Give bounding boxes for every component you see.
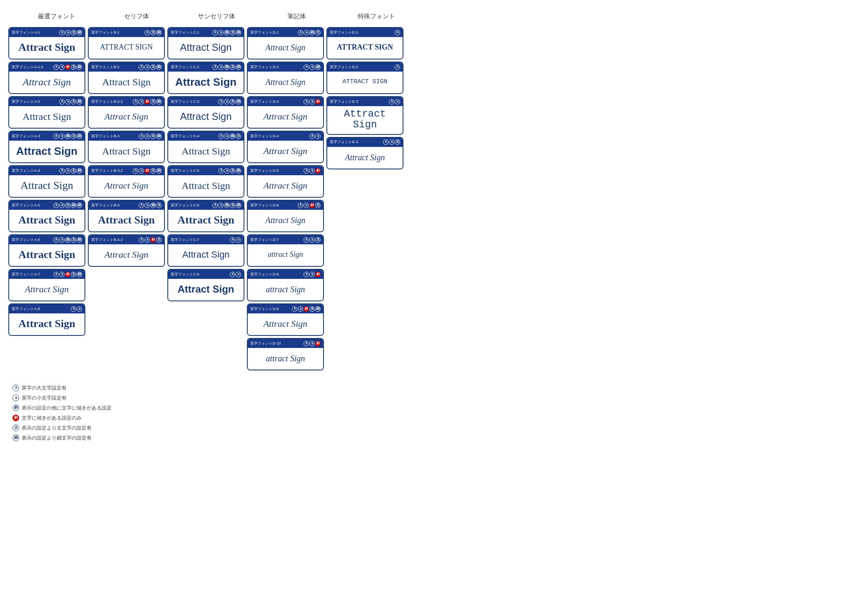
font-card-A-1[interactable]: 英字フォントA-1 Ａａ太細 Attract Sign <box>8 27 85 60</box>
card-label-B-2-2: 英字フォントB-2-2 <box>91 99 123 104</box>
font-card-B-3[interactable]: 英字フォントB-3 Ａａ太細 Attract Sign <box>88 131 165 163</box>
font-card-D-9[interactable]: 英字フォントD-9 Ａａ斜太細 Attract Sign <box>247 303 324 336</box>
icon-小: ａ <box>309 237 315 243</box>
icon-太: 太 <box>230 168 235 174</box>
legend-item: Ａ英字の大文字設定有 <box>12 383 858 393</box>
font-card-B-4-2[interactable]: 英字フォントB-4-2 Ａａ斜太 Attract Sign <box>88 234 165 267</box>
font-card-A-1-2[interactable]: 英字フォントA-1-2 Ａａ斜太細 Attract Sign <box>8 62 85 94</box>
page-container: 厳選フォント セリフ体 サンセリフ体 筆記体 特殊フォント 英字フォントA-1 … <box>8 12 858 443</box>
font-card-C-1[interactable]: 英字フォントC-1 Ａａ細太細 Attract Sign <box>167 27 244 60</box>
font-card-E-2[interactable]: 英字フォントE-2 Ａ ATTRACT SIGN <box>326 62 403 94</box>
sample-text-B-3: Attract Sign <box>102 146 151 156</box>
icon-大: Ａ <box>395 65 400 70</box>
icon-赤: 斜 <box>65 272 70 277</box>
font-card-A-6[interactable]: 英字フォントA-6 Ａａ細太細 Attract Sign <box>8 234 85 267</box>
card-body-C-5: Attract Sign <box>168 175 244 197</box>
card-body-D-8: attract Sign <box>248 279 323 301</box>
font-card-B-2-2[interactable]: 英字フォントB-2-2 Ａａ斜太細 Attract Sign <box>88 96 165 129</box>
card-header-C-1: 英字フォントC-1 Ａａ細太細 <box>168 28 244 37</box>
font-card-D-10[interactable]: 英字フォントD-10 Ａａ斜 attract Sign <box>247 338 324 370</box>
sample-text-A-7: Attract Sign <box>25 284 69 294</box>
icon-細: 細 <box>65 237 70 243</box>
font-card-B-3-2[interactable]: 英字フォントB-3-2 Ａａ斜太細 Attract Sign <box>88 165 165 198</box>
icon-小: ａ <box>59 65 65 70</box>
font-card-B-1[interactable]: 英字フォントB-1 Ａ太細 ATTRACT SIGN <box>88 27 165 60</box>
font-card-B-4[interactable]: 英字フォントB-4 Ａａ細太 Attract Sign <box>88 200 165 232</box>
icon-小: ａ <box>144 134 150 139</box>
sample-text-C-5: Attract Sign <box>182 180 230 191</box>
font-card-D-7[interactable]: 英字フォントD-7 Ａａ太 attract Sign <box>247 234 324 267</box>
icon-細: 細 <box>65 134 70 139</box>
icon-大: Ａ <box>133 168 138 174</box>
font-card-B-2[interactable]: 英字フォントB-2 Ａａ太細 Attract Sign <box>88 62 165 94</box>
sample-text-C-3: Attract Sign <box>180 111 231 122</box>
card-icons-D-7: Ａａ太 <box>304 237 321 243</box>
icon-小: ａ <box>144 65 150 70</box>
card-icons-C-4: Ａａ細太 <box>218 134 241 139</box>
font-card-A-3[interactable]: 英字フォントA-3 Ａａ細太細 Attract Sign <box>8 131 85 163</box>
sample-text-B-4-2: Attract Sign <box>105 250 149 260</box>
font-card-D-2[interactable]: 英字フォントD-2 Ａａ細 Attract Sign <box>247 62 324 94</box>
icon-細: 細 <box>156 30 162 35</box>
card-label-D-6: 英字フォントD-6 <box>250 203 279 208</box>
font-card-D-8[interactable]: 英字フォントD-8 Ａａ斜 attract Sign <box>247 269 324 301</box>
font-card-D-1[interactable]: 英字フォントD-1 Ａａ細太 Attract Sign <box>247 27 324 60</box>
card-body-B-3-2: Attract Sign <box>89 175 164 197</box>
card-body-D-9: Attract Sign <box>248 313 323 335</box>
font-card-A-2[interactable]: 英字フォントA-2 Ａａ太細 Attract Sign <box>8 96 85 129</box>
card-header-C-3: 英字フォントC-3 Ａａ太細 <box>168 97 244 106</box>
font-card-A-5[interactable]: 英字フォントA-5 Ａａ太細細 Attract Sign <box>8 200 85 232</box>
font-card-C-3[interactable]: 英字フォントC-3 Ａａ太細 Attract Sign <box>167 96 244 129</box>
icon-大: Ａ <box>53 237 59 243</box>
card-header-D-3: 英字フォントD-3 Ａａ斜 <box>248 97 323 106</box>
icon-太: 太 <box>71 272 76 277</box>
card-body-C-8: Attract Sign <box>168 279 244 301</box>
icon-太: 太 <box>315 30 321 35</box>
icon-小: ａ <box>309 168 315 174</box>
font-card-D-4[interactable]: 英字フォントD-4 Ａａ Attract Sign <box>247 131 324 163</box>
font-card-C-8[interactable]: 英字フォントC-8 Ａａ Attract Sign <box>167 269 244 301</box>
col-header-A: 厳選フォント <box>17 12 97 20</box>
icon-小: ａ <box>309 341 315 346</box>
card-label-E-1: 英字フォントE-1 <box>330 30 358 35</box>
icon-太: 太 <box>71 237 76 243</box>
icon-赤: 斜 <box>315 168 321 174</box>
icon-大: Ａ <box>309 134 315 139</box>
font-card-C-6[interactable]: 英字フォントC-6 Ａａ細太細 Attract Sign <box>167 200 244 232</box>
icon-小: ａ <box>59 203 65 208</box>
card-header-E-3: 英字フォントE-3 Ａａ <box>327 97 403 106</box>
font-card-D-6[interactable]: 英字フォントD-6 Ａａ斜太 Attract Sign <box>247 200 324 232</box>
font-card-C-7[interactable]: 英字フォントC-7 Ａａ Attract Sign <box>167 234 244 267</box>
font-card-C-5[interactable]: 英字フォントC-5 Ａａ太細 Attract Sign <box>167 165 244 198</box>
card-header-A-1: 英字フォントA-1 Ａａ太細 <box>9 28 85 37</box>
card-body-C-7: Attract Sign <box>168 244 244 266</box>
font-card-E-4[interactable]: 英字フォントE-4 Ａａ太 Attract Sign <box>326 137 403 169</box>
sample-text-C-7: Attract Sign <box>182 250 230 260</box>
font-card-C-4[interactable]: 英字フォントC-4 Ａａ細太 Attract Sign <box>167 131 244 163</box>
legend-icon: 細 <box>12 435 19 441</box>
font-card-D-3[interactable]: 英字フォントD-3 Ａａ斜 Attract Sign <box>247 96 324 129</box>
sample-text-D-8: attract Sign <box>266 285 305 294</box>
icon-小: ａ <box>65 99 70 104</box>
sample-text-E-3: Attract Sign <box>331 109 399 131</box>
font-card-E-1[interactable]: 英字フォントE-1 Ａ ATTRACT SIGN <box>326 27 403 60</box>
card-label-B-3-2: 英字フォントB-3-2 <box>91 168 123 174</box>
sample-text-A-8: Attract Sign <box>18 318 75 330</box>
font-card-D-5[interactable]: 英字フォントD-5 Ａａ斜 Attract Sign <box>247 165 324 198</box>
font-card-E-3[interactable]: 英字フォントE-3 Ａａ Attract Sign <box>326 96 403 135</box>
icon-小: ａ <box>139 99 144 104</box>
card-body-E-2: ATTRACT SIGN <box>327 72 403 93</box>
icon-太: 太 <box>71 99 76 104</box>
icon-大: Ａ <box>71 306 76 312</box>
card-body-D-10: attract Sign <box>248 348 323 370</box>
font-card-C-2[interactable]: 英字フォントC-2 Ａａ細太細 Attract Sign <box>167 62 244 94</box>
icon-小: ａ <box>218 30 224 35</box>
font-card-A-4[interactable]: 英字フォントA-4 Ａａ太細 Attract Sign <box>8 165 85 198</box>
sample-text-E-2: ATTRACT SIGN <box>342 79 387 86</box>
sample-text-B-2: Attract Sign <box>102 77 151 87</box>
icon-小: ａ <box>304 203 309 208</box>
card-header-A-5: 英字フォントA-5 Ａａ太細細 <box>9 201 85 210</box>
card-icons-D-8: Ａａ斜 <box>304 272 321 277</box>
font-card-A-7[interactable]: 英字フォントA-7 Ａａ斜太細 Attract Sign <box>8 269 85 301</box>
font-card-A-8[interactable]: 英字フォントA-8 Ａａ Attract Sign <box>8 303 85 336</box>
